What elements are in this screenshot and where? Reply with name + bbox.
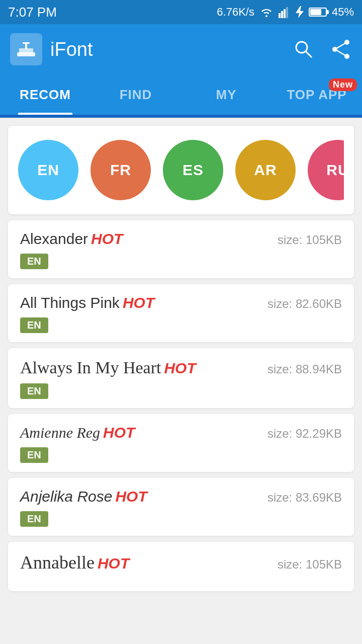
time-display: 7:07 PM: [8, 5, 57, 20]
lang-tag-1: EN: [20, 317, 48, 333]
lang-en[interactable]: EN: [18, 140, 78, 200]
font-size-4: size: 83.69KB: [267, 491, 342, 505]
battery-percent: 45%: [332, 6, 354, 19]
search-button[interactable]: [293, 38, 315, 60]
font-name-1: All Things Pink: [20, 294, 120, 311]
svg-rect-1: [281, 11, 283, 18]
font-name-row-5: Annabelle HOT: [20, 552, 129, 573]
network-speed: 6.76K/s: [217, 6, 254, 19]
font-card-4[interactable]: Anjelika Rose HOT size: 83.69KB EN: [8, 478, 354, 536]
font-name-4: Anjelika Rose: [20, 488, 112, 505]
font-name-2: Always In My Heart: [20, 358, 161, 377]
lang-tag-4: EN: [20, 511, 48, 527]
lang-ar[interactable]: AR: [235, 140, 296, 200]
svg-line-9: [306, 51, 312, 57]
share-button[interactable]: [330, 38, 352, 60]
font-size-0: size: 105KB: [278, 233, 342, 247]
app-bar: iFont: [0, 24, 362, 74]
hot-badge-1: HOT: [123, 294, 154, 311]
svg-rect-2: [284, 9, 286, 18]
svg-rect-0: [279, 13, 281, 18]
font-name-5: Annabelle: [20, 552, 95, 573]
new-badge: New: [329, 78, 357, 91]
svg-line-14: [335, 49, 347, 56]
signal-icon: [279, 6, 291, 18]
tab-topapp[interactable]: TOP APP New: [272, 74, 362, 115]
hot-badge-3: HOT: [103, 424, 135, 441]
status-time: 7:07 PM: [8, 5, 57, 20]
tab-my[interactable]: MY: [181, 74, 272, 115]
font-name-row-0: Alexander HOT: [20, 230, 123, 248]
font-card-header-5: Annabelle HOT size: 105KB: [20, 552, 342, 573]
font-size-1: size: 82.60KB: [267, 297, 342, 311]
status-icons: 6.76K/s 45%: [217, 6, 354, 19]
lang-es[interactable]: ES: [163, 140, 223, 200]
font-name-row-3: Amienne Reg HOT: [20, 424, 135, 441]
share-icon: [330, 38, 352, 60]
language-section: EN FR ES AR RU: [8, 126, 354, 214]
wifi-icon: [259, 6, 274, 18]
lang-fr[interactable]: FR: [90, 140, 151, 200]
font-card-1[interactable]: All Things Pink HOT size: 82.60KB EN: [8, 284, 354, 342]
font-card-header-4: Anjelika Rose HOT size: 83.69KB: [20, 488, 342, 505]
font-card-0[interactable]: Alexander HOT size: 105KB EN: [8, 220, 354, 278]
font-logo-icon: [15, 38, 37, 60]
svg-rect-7: [25, 42, 27, 49]
language-circles: EN FR ES AR RU: [18, 140, 344, 200]
app-actions: [293, 38, 352, 60]
lang-ru[interactable]: RU: [308, 140, 344, 200]
font-size-3: size: 92.29KB: [267, 427, 342, 441]
status-bar: 7:07 PM 6.76K/s 45%: [0, 0, 362, 24]
tab-bar: RECOM FIND MY TOP APP New: [0, 74, 362, 115]
font-card-2[interactable]: Always In My Heart HOT size: 88.94KB EN: [8, 348, 354, 408]
font-name-row-1: All Things Pink HOT: [20, 294, 154, 311]
tab-find[interactable]: FIND: [90, 74, 181, 115]
font-size-5: size: 105KB: [278, 557, 342, 572]
font-name-row-2: Always In My Heart HOT: [20, 358, 196, 377]
hot-badge-2: HOT: [164, 360, 196, 377]
font-card-3[interactable]: Amienne Reg HOT size: 92.29KB EN: [8, 414, 354, 472]
lang-tag-3: EN: [20, 447, 48, 463]
font-card-header-2: Always In My Heart HOT size: 88.94KB: [20, 358, 342, 377]
font-size-2: size: 88.94KB: [267, 362, 342, 376]
svg-rect-3: [286, 7, 288, 18]
hot-badge-0: HOT: [91, 230, 123, 248]
lang-tag-2: EN: [20, 383, 48, 399]
font-name-0: Alexander: [20, 230, 88, 248]
battery-icon: [309, 8, 327, 17]
tab-recom[interactable]: RECOM: [0, 74, 90, 115]
charging-icon: [296, 6, 304, 18]
font-card-5[interactable]: Annabelle HOT size: 105KB: [8, 542, 354, 591]
hot-badge-5: HOT: [98, 555, 129, 572]
font-name-3: Amienne Reg: [20, 424, 100, 441]
scroll-indicator: [0, 115, 362, 118]
svg-point-8: [296, 42, 307, 53]
svg-line-13: [335, 42, 347, 49]
font-name-row-4: Anjelika Rose HOT: [20, 488, 147, 505]
font-card-header-1: All Things Pink HOT size: 82.60KB: [20, 294, 342, 311]
search-icon: [293, 38, 315, 60]
hot-badge-4: HOT: [115, 488, 147, 505]
font-list: Alexander HOT size: 105KB EN All Things …: [0, 220, 362, 591]
font-card-header-3: Amienne Reg HOT size: 92.29KB: [20, 424, 342, 441]
font-card-header-0: Alexander HOT size: 105KB: [20, 230, 342, 248]
lang-tag-0: EN: [20, 254, 48, 269]
app-title: iFont: [50, 39, 285, 60]
app-logo: [10, 33, 42, 65]
